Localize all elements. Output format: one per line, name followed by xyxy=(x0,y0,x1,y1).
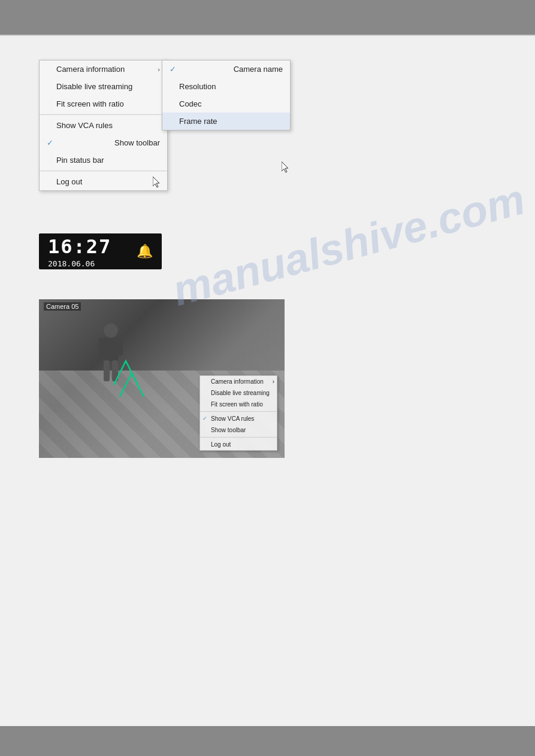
mini-menu-label: Camera information xyxy=(211,378,264,385)
status-bar-screenshot: 16:27 2018.06.06 🔔 xyxy=(39,233,162,269)
mini-context-menu: Camera information Disable live streamin… xyxy=(200,375,277,451)
vca-detection-lines xyxy=(108,355,156,403)
submenu-item-label: Resolution xyxy=(179,82,216,91)
checkmark-icon: ✓ xyxy=(47,138,55,147)
mini-menu-item-vca[interactable]: ✓ Show VCA rules xyxy=(200,413,277,424)
context-menu-area: Camera information › Disable live stream… xyxy=(39,60,291,204)
submenu-item-label: Camera name xyxy=(234,65,283,74)
menu-item-show-toolbar[interactable]: ✓ Show toolbar xyxy=(40,134,167,151)
status-time: 16:27 xyxy=(48,235,111,258)
menu-item-label: Log out xyxy=(56,177,82,186)
bottom-bar xyxy=(0,726,535,756)
bell-icon: 🔔 xyxy=(137,244,153,259)
checkmark-icon: ✓ xyxy=(170,65,178,74)
menu-item-fit-screen-ratio[interactable]: Fit screen with ratio xyxy=(40,95,167,113)
menu-item-label: Pin status bar xyxy=(56,156,104,165)
menu-separator-1 xyxy=(40,114,167,115)
main-content: manualshive.com Camera information › Dis… xyxy=(0,36,535,470)
camera-feed-container: Camera 05 xyxy=(39,299,285,458)
submenu-item-label: Frame rate xyxy=(179,117,217,126)
submenu-item-codec[interactable]: Codec xyxy=(162,95,290,113)
camera-label: Camera 05 xyxy=(44,302,81,311)
mini-checkmark-icon: ✓ xyxy=(202,415,207,421)
mini-separator-1 xyxy=(200,411,277,412)
svg-rect-5 xyxy=(117,338,123,356)
top-navigation-bar xyxy=(0,0,535,36)
primary-context-menu: Camera information › Disable live stream… xyxy=(39,60,168,191)
submenu-item-camera-name[interactable]: ✓ Camera name xyxy=(162,60,290,78)
mini-menu-item-camera-info[interactable]: Camera information xyxy=(200,376,277,387)
mouse-cursor xyxy=(282,162,290,175)
submenu-item-label: Codec xyxy=(179,99,202,108)
secondary-context-menu: ✓ Camera name Resolution Codec Frame rat… xyxy=(162,60,291,130)
submenu-item-frame-rate[interactable]: Frame rate xyxy=(162,113,290,130)
svg-rect-4 xyxy=(99,338,105,356)
menu-item-log-out[interactable]: Log out xyxy=(40,173,167,190)
svg-marker-0 xyxy=(282,162,288,172)
menu-item-label: Show VCA rules xyxy=(56,121,113,130)
camera-feed-background: Camera 05 xyxy=(39,299,285,458)
mini-menu-label: Log out xyxy=(211,441,231,448)
mini-menu-item-toolbar[interactable]: Show toolbar xyxy=(200,424,277,436)
mini-menu-item-fit[interactable]: Fit screen with ratio xyxy=(200,399,277,410)
mini-menu-label: Show VCA rules xyxy=(211,415,254,422)
menu-item-label: Show toolbar xyxy=(114,138,160,147)
mini-menu-label: Disable live streaming xyxy=(211,390,270,396)
status-date: 2018.06.06 xyxy=(48,259,111,268)
mini-menu-label: Fit screen with ratio xyxy=(211,401,263,408)
menu-item-label: Fit screen with ratio xyxy=(56,99,124,108)
menu-separator-2 xyxy=(40,171,167,171)
menu-item-pin-status-bar[interactable]: Pin status bar xyxy=(40,151,167,169)
submenu-arrow-icon: › xyxy=(158,66,160,73)
status-time-block: 16:27 2018.06.06 xyxy=(48,235,111,268)
svg-point-2 xyxy=(104,323,118,338)
mini-menu-item-disable[interactable]: Disable live streaming xyxy=(200,387,277,399)
submenu-item-resolution[interactable]: Resolution xyxy=(162,78,290,95)
mini-menu-label: Show toolbar xyxy=(211,427,246,433)
menu-item-camera-information[interactable]: Camera information › xyxy=(40,60,167,78)
mini-separator-2 xyxy=(200,437,277,438)
menu-item-label: Disable live streaming xyxy=(56,82,132,91)
menu-item-show-vca-rules[interactable]: Show VCA rules xyxy=(40,117,167,134)
mini-menu-item-logout[interactable]: Log out xyxy=(200,439,277,450)
menu-item-disable-live-streaming[interactable]: Disable live streaming xyxy=(40,78,167,95)
menu-item-label: Camera information xyxy=(56,65,125,74)
